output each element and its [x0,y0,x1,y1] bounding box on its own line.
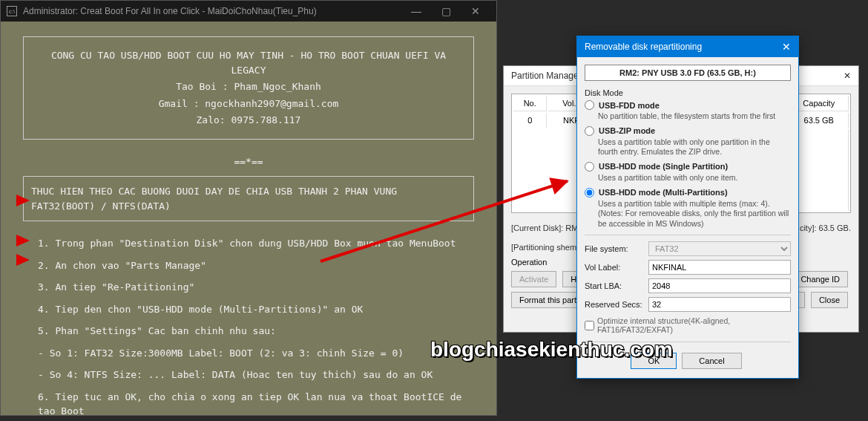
step-6: 6. Tiep tuc an OK, cho chia o xong an ti… [23,390,474,419]
format-part-button[interactable]: Format this part [511,292,585,308]
close-icon[interactable]: ✕ [782,41,791,53]
info-line: CONG CU TAO USB/HDD BOOT CUU HO MAY TINH… [39,48,458,77]
cmd-icon: c:\ [7,6,17,16]
close-button[interactable]: Close [811,292,848,308]
radio-usb-hdd-single[interactable] [585,162,594,172]
console-titlebar[interactable]: c:\ Administrator: Creat Boot For All In… [1,1,496,22]
arrow-icon [16,195,30,206]
instruction-box: THUC HIEN THEO CAC BUONG DUOI DAY DE CHI… [23,176,474,221]
rp-titlebar[interactable]: Removable disk repartitioning ✕ [577,36,798,57]
step-4: 4. Tiep den chon "USB-HDD mode (Multi-Pa… [23,302,474,317]
col-no: No. [513,96,547,111]
start-lba-row: Start LBA: [585,278,791,293]
step-5a: - So 1: FAT32 Size:3000MB Label: BOOT (2… [23,346,474,361]
steps-list: 1. Trong phan "Destination Disk" chon du… [23,236,474,419]
close-icon[interactable]: ✕ [844,71,851,81]
maximize-button[interactable]: ▢ [431,5,461,17]
radio-usb-zip[interactable] [585,126,594,136]
filesystem-row: File system: FAT32 [585,241,791,256]
disk-mode-label: Disk Mode [585,88,791,97]
lba-label: Start LBA: [585,281,644,290]
mode-usb-hdd-multi[interactable]: USB-HDD mode (Multi-Partitions) [585,188,791,198]
cancel-button[interactable]: Cancel [682,353,741,369]
mode-desc: Uses a partition table with multiple ite… [598,199,791,229]
radio-usb-hdd-multi[interactable] [585,188,594,198]
mode-desc: Uses a partition table with only one ite… [598,173,791,183]
mode-usb-fdd[interactable]: USB-FDD mode [585,100,791,110]
info-line: Gmail : ngockhanh2907@gmail.com [39,97,458,111]
step-2: 2. An chon vao "Parts Manage" [23,258,474,273]
console-body: CONG CU TAO USB/HDD BOOT CUU HO MAY TINH… [1,22,496,421]
step-5: 5. Phan "Settings" Cac ban chinh nhu sau… [23,324,474,339]
vol-label-input[interactable] [648,260,791,275]
step-1: 1. Trong phan "Destination Disk" chon du… [23,236,474,251]
arrow-icon [16,254,30,266]
vol-label: Vol Label: [585,263,644,272]
optimize-row[interactable]: Optimize internal structure(4K-aligned, … [585,316,791,334]
radio-usb-fdd[interactable] [585,100,594,110]
optimize-label: Optimize internal structure(4K-aligned, … [597,316,791,334]
watermark-text: blogchiasekienthuc.com [430,338,673,362]
reserved-secs-input[interactable] [648,297,791,312]
mode-desc: No partition table, the filesystem start… [598,111,791,122]
info-line: Zalo: 0975.788.117 [39,113,458,128]
optimize-checkbox[interactable] [585,321,594,330]
close-button[interactable]: ✕ [461,5,490,17]
minimize-button[interactable]: — [401,5,431,17]
step-5b: - So 4: NTFS Size: ... Label: DATA (Hoac… [23,368,474,382]
repartition-dialog: Removable disk repartitioning ✕ RM2: PNY… [576,36,799,379]
disk-name: RM2: PNY USB 3.0 FD (63.5 GB, H:) [585,65,791,81]
console-window: c:\ Administrator: Creat Boot For All In… [0,0,497,416]
console-title: Administrator: Creat Boot For All In one… [23,6,401,16]
mode-usb-zip[interactable]: USB-ZIP mode [585,126,791,136]
cell-no: 0 [513,113,547,128]
info-box: CONG CU TAO USB/HDD BOOT CUU HO MAY TINH… [23,36,474,140]
change-id-button[interactable]: Change ID [792,271,848,287]
separator: ==*== [23,154,474,169]
rs-label: Reserved Secs: [585,300,644,309]
start-lba-input[interactable] [648,278,791,293]
step-3: 3. An tiep "Re-Patitioning" [23,280,474,295]
mode-desc: Uses a partition table with only one par… [598,137,791,157]
rp-title-text: Removable disk repartitioning [585,42,782,52]
filesystem-select[interactable]: FAT32 [648,241,791,256]
activate-button[interactable]: Activate [511,271,556,287]
info-line: Tao Boi : Pham_Ngoc_Khanh [39,79,458,94]
fs-label: File system: [585,244,644,253]
vol-label-row: Vol Label: [585,260,791,275]
arrow-icon [16,235,30,247]
mode-usb-hdd-single[interactable]: USB-HDD mode (Single Partition) [585,162,791,172]
reserved-secs-row: Reserved Secs: [585,297,791,312]
